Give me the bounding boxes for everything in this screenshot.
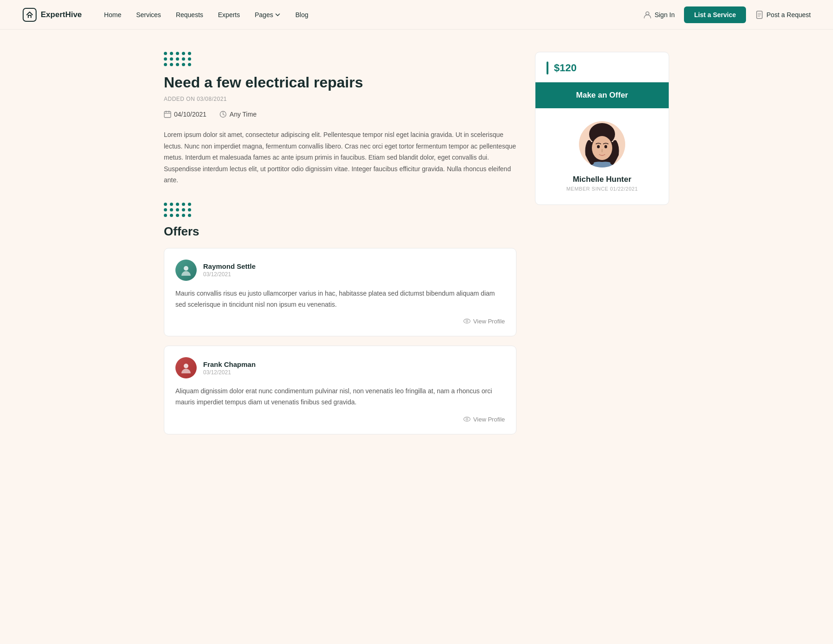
- sidebar-card: $120 Make an Offer: [535, 52, 669, 205]
- price-section: $120: [535, 52, 669, 82]
- offer-card-frank: Frank Chapman 03/12/2021 Aliquam digniss…: [164, 346, 516, 434]
- price-value: $120: [554, 62, 577, 74]
- nav-links: Home Services Requests Experts Pages Blo…: [104, 11, 644, 19]
- svg-rect-6: [164, 111, 171, 118]
- view-profile-frank[interactable]: View Profile: [463, 415, 505, 423]
- make-offer-button[interactable]: Make an Offer: [535, 82, 669, 108]
- signin-link[interactable]: Sign In: [643, 11, 675, 19]
- offer-footer-raymond: View Profile: [175, 317, 505, 325]
- offer-name-frank: Frank Chapman: [203, 360, 255, 368]
- view-profile-raymond[interactable]: View Profile: [463, 317, 505, 325]
- nav-services[interactable]: Services: [136, 11, 161, 19]
- avatar-raymond: [175, 260, 197, 281]
- eye-icon-frank: [463, 415, 471, 423]
- offers-section-title: Offers: [164, 224, 516, 239]
- poster-name: Michelle Hunter: [573, 175, 632, 184]
- calendar-icon: [164, 111, 171, 118]
- main-container: Need a few electrical repairs ADDED ON 0…: [153, 30, 680, 466]
- chevron-down-icon: [275, 12, 280, 18]
- nav-home[interactable]: Home: [104, 11, 121, 19]
- meta-row: 04/10/2021 Any Time: [164, 111, 516, 118]
- price-bar-decoration: [547, 62, 548, 74]
- offer-footer-frank: View Profile: [175, 415, 505, 423]
- offer-info-frank: Frank Chapman 03/12/2021: [203, 360, 255, 376]
- avatar-frank: [175, 357, 197, 378]
- post-request-link[interactable]: Post a Request: [755, 11, 811, 19]
- date-meta: 04/10/2021: [164, 111, 206, 118]
- added-date: ADDED ON 03/08/2021: [164, 96, 516, 102]
- document-icon: [755, 11, 764, 19]
- brand-name: ExpertHive: [41, 10, 82, 19]
- brand-logo[interactable]: ExpertHive: [22, 7, 82, 22]
- svg-line-12: [223, 114, 224, 115]
- dot-grid-offers-decoration: [164, 203, 516, 217]
- navbar: ExpertHive Home Services Requests Expert…: [0, 0, 833, 30]
- content-col: Need a few electrical repairs ADDED ON 0…: [164, 52, 516, 444]
- sidebar-col: $120 Make an Offer: [535, 52, 669, 205]
- user-icon: [643, 11, 652, 19]
- eye-icon-raymond: [463, 317, 471, 325]
- page-title: Need a few electrical repairs: [164, 74, 516, 91]
- poster-member-since: MEMBER SINCE 01/22/2021: [566, 186, 638, 192]
- offer-date-frank: 03/12/2021: [203, 369, 255, 376]
- svg-point-23: [604, 145, 607, 149]
- navbar-actions: Sign In List a Service Post a Request: [643, 6, 811, 23]
- poster-avatar: [579, 121, 625, 167]
- nav-pages[interactable]: Pages: [255, 11, 281, 19]
- time-meta: Any Time: [219, 111, 256, 118]
- svg-point-21: [592, 136, 612, 160]
- svg-point-17: [464, 417, 470, 421]
- description-text: Lorem ipsum dolor sit amet, consectetur …: [164, 129, 516, 186]
- offer-name-raymond: Raymond Settle: [203, 262, 255, 270]
- svg-point-16: [184, 364, 188, 368]
- logo-icon: [22, 7, 37, 22]
- poster-section: Michelle Hunter MEMBER SINCE 01/22/2021: [535, 108, 669, 204]
- offer-date-raymond: 03/12/2021: [203, 271, 255, 278]
- offer-card-raymond: Raymond Settle 03/12/2021 Mauris convall…: [164, 248, 516, 337]
- offer-text-frank: Aliquam dignissim dolor erat nunc condim…: [175, 386, 505, 408]
- svg-point-13: [184, 266, 188, 271]
- time-value: Any Time: [230, 111, 256, 118]
- poster-avatar-svg: [579, 121, 625, 167]
- raymond-avatar-icon: [180, 264, 193, 277]
- clock-icon: [219, 111, 227, 118]
- date-value: 04/10/2021: [174, 111, 206, 118]
- svg-point-18: [466, 418, 468, 420]
- nav-requests[interactable]: Requests: [176, 11, 203, 19]
- list-service-button[interactable]: List a Service: [684, 6, 746, 23]
- offer-text-raymond: Mauris convallis risus eu justo ullamcor…: [175, 288, 505, 310]
- nav-experts[interactable]: Experts: [218, 11, 240, 19]
- offer-header-raymond: Raymond Settle 03/12/2021: [175, 260, 505, 281]
- svg-point-22: [597, 145, 600, 149]
- offer-header-frank: Frank Chapman 03/12/2021: [175, 357, 505, 378]
- dot-grid-decoration: [164, 52, 516, 66]
- frank-avatar-icon: [180, 361, 193, 374]
- nav-blog[interactable]: Blog: [295, 11, 308, 19]
- offer-info-raymond: Raymond Settle 03/12/2021: [203, 262, 255, 278]
- svg-point-14: [464, 319, 470, 323]
- svg-point-15: [466, 320, 468, 322]
